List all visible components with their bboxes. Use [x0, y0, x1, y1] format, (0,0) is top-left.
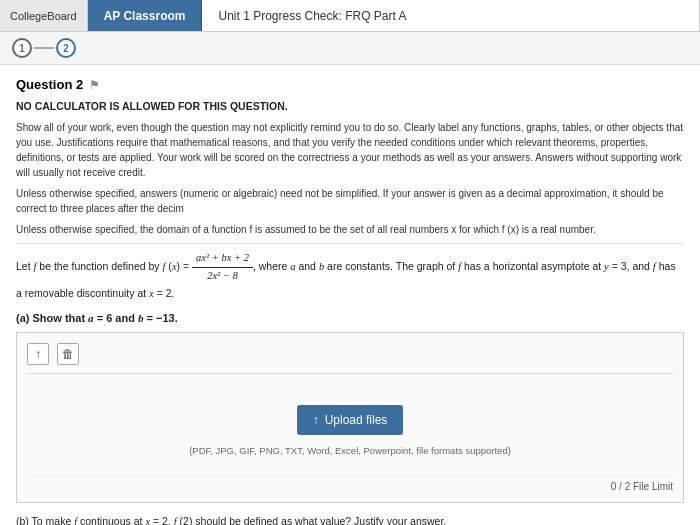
upload-icon-button[interactable]: ↑ [27, 343, 49, 365]
collegeboard-logo[interactable]: CollegeBoard [0, 0, 88, 31]
section-divider [16, 243, 684, 244]
instruction-3: Unless otherwise specified, the domain o… [16, 222, 684, 237]
upload-center: ↑ Upload files (PDF, JPG, GIF, PNG, TXT,… [27, 390, 673, 470]
upload-toolbar: ↑ 🗑 [27, 343, 673, 374]
upload-files-label: Upload files [325, 413, 388, 427]
page-title-tab: Unit 1 Progress Check: FRQ Part A [202, 0, 700, 31]
ap-tab-label: AP Classroom [104, 9, 186, 23]
part-b-label: (b) To make f continuous at x = 2, f (2)… [16, 513, 684, 525]
flag-icon[interactable]: ⚑ [89, 78, 100, 92]
trash-icon-button[interactable]: 🗑 [57, 343, 79, 365]
top-bar: CollegeBoard AP Classroom Unit 1 Progres… [0, 0, 700, 32]
upload-arrow-icon-btn: ↑ [313, 413, 319, 427]
problem-text: Let f be the function defined by f (x) =… [16, 250, 684, 302]
main-content: Question 2 ⚑ NO CALCULATOR IS ALLOWED FO… [0, 65, 700, 525]
ap-classroom-tab[interactable]: AP Classroom [88, 0, 203, 31]
file-limit-text: 0 / 2 File Limit [611, 481, 673, 492]
file-limit: 0 / 2 File Limit [27, 476, 673, 492]
upload-formats-text: (PDF, JPG, GIF, PNG, TXT, Word, Excel, P… [189, 445, 511, 456]
instruction-2: Unless otherwise specified, answers (num… [16, 186, 684, 216]
collegeboard-label: CollegeBoard [10, 10, 77, 22]
instruction-1: Show all of your work, even though the q… [16, 120, 684, 180]
step-indicator: 1 2 [0, 32, 700, 65]
part-a-label: (a) Show that a = 6 and b = −13. [16, 312, 684, 324]
question-title: Question 2 [16, 77, 83, 92]
question-header: Question 2 ⚑ [16, 77, 684, 92]
page-title-text: Unit 1 Progress Check: FRQ Part A [218, 9, 406, 23]
step-connector [34, 47, 54, 49]
trash-icon: 🗑 [62, 347, 74, 361]
upload-arrow-icon: ↑ [35, 347, 41, 361]
step-2[interactable]: 2 [56, 38, 76, 58]
no-calculator-notice: NO CALCULATOR IS ALLOWED FOR THIS QUESTI… [16, 100, 684, 112]
upload-area-a: ↑ 🗑 ↑ Upload files (PDF, JPG, GIF, PNG, … [16, 332, 684, 503]
upload-files-button[interactable]: ↑ Upload files [297, 405, 404, 435]
part-b-section: (b) To make f continuous at x = 2, f (2)… [16, 513, 684, 525]
step-1[interactable]: 1 [12, 38, 32, 58]
